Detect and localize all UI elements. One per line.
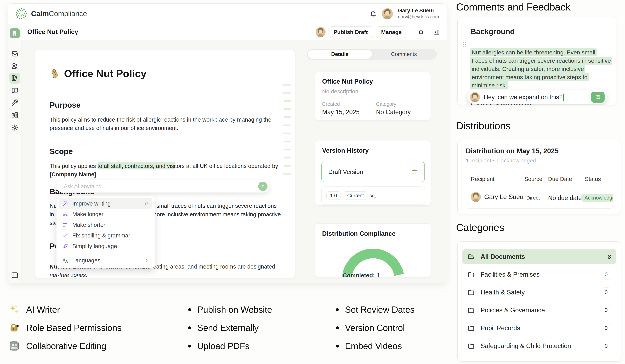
text-caret bbox=[563, 93, 564, 101]
version-tag: v1 bbox=[371, 192, 376, 199]
folder-icon bbox=[468, 325, 475, 332]
column-source: Source bbox=[524, 172, 542, 186]
feather-icon bbox=[62, 243, 68, 249]
collaborator-avatar[interactable] bbox=[315, 27, 326, 37]
version-history-heading: Version History bbox=[322, 147, 369, 154]
notifications-bell-icon[interactable] bbox=[370, 10, 377, 17]
category-all-documents[interactable]: All Documents 8 bbox=[462, 249, 616, 264]
distributions-heading: Distributions bbox=[456, 120, 510, 132]
highlighted-line: Nut allergies can be life-threatening. E… bbox=[470, 49, 597, 56]
brand-logo-icon bbox=[16, 8, 27, 19]
category-policies-governance[interactable]: Policies & Governance 0 bbox=[462, 303, 616, 318]
category-safeguarding[interactable]: Safeguarding & Child Protection 0 bbox=[462, 338, 616, 354]
comment-marker-strip bbox=[283, 84, 291, 175]
document-info-card: Office Nut Policy No description. Create… bbox=[315, 72, 431, 120]
recipient-avatar bbox=[471, 192, 481, 202]
tab-comments[interactable]: Comments bbox=[372, 50, 436, 59]
feature-set-review-dates: Set Review Dates bbox=[336, 303, 414, 316]
open-side-panel-icon[interactable] bbox=[430, 26, 443, 38]
feature-version-control: Version Control bbox=[336, 322, 405, 334]
column-recipient: Recipient bbox=[471, 172, 495, 186]
version-number-badge: 1.0 bbox=[326, 191, 341, 200]
draft-version-row[interactable]: Draft Version bbox=[321, 162, 425, 182]
lines-plus-icon bbox=[62, 211, 68, 217]
feature-ai-writer: AI Writer bbox=[9, 303, 60, 316]
info-doc-description: No description. bbox=[322, 88, 360, 95]
comment-input-bar[interactable]: Hey, can we expand on this? bbox=[468, 90, 607, 104]
distribution-subtitle: 1 recipient • 1 acknowledged bbox=[466, 157, 536, 164]
distribution-compliance-card: Distribution Compliance Completed: 1 bbox=[315, 223, 431, 277]
comments-preview-card: Background Nut allergies can be life-thr… bbox=[457, 17, 616, 105]
due-date-cell: No due date bbox=[548, 194, 582, 202]
highlighted-line: individuals. Creating a safer, more incl… bbox=[470, 65, 585, 73]
category-health-safety[interactable]: Health & Safety 0 bbox=[462, 285, 616, 300]
doc-heading-purpose: Purpose bbox=[50, 101, 81, 110]
workspace-icon[interactable] bbox=[10, 28, 20, 38]
menu-item-make-longer[interactable]: Make longer bbox=[59, 209, 152, 220]
submit-comment-icon[interactable] bbox=[591, 92, 605, 103]
background-section-heading: Background bbox=[471, 27, 515, 36]
created-value: May 15, 2025 bbox=[322, 109, 360, 116]
sidebar-item-organisation[interactable] bbox=[9, 110, 20, 121]
lines-short-icon bbox=[62, 222, 68, 228]
document-notifications-icon[interactable] bbox=[415, 26, 427, 38]
folder-icon bbox=[468, 307, 475, 314]
ai-actions-menu: Improve writing Make longer Make shorter… bbox=[56, 196, 155, 268]
count-badge: 0 bbox=[601, 287, 611, 297]
user-email: gary@heydocs.com bbox=[398, 14, 439, 20]
sidebar-item-reports[interactable] bbox=[9, 85, 20, 96]
status-cell: Acknowledged bbox=[581, 194, 613, 202]
category-facilities-premises[interactable]: Facilities & Premises 0 bbox=[462, 267, 616, 282]
user-name: Gary Le Sueur bbox=[398, 7, 439, 14]
manage-button[interactable]: Manage bbox=[376, 27, 407, 38]
menu-item-languages[interactable]: Languages bbox=[59, 255, 152, 266]
menu-item-fix-spelling[interactable]: Fix spelling & grammar bbox=[59, 230, 152, 241]
count-badge: 0 bbox=[601, 323, 611, 333]
brand-name: CalmCompliance bbox=[31, 9, 87, 18]
source-cell: Direct bbox=[523, 194, 543, 202]
menu-item-improve-writing[interactable]: Improve writing bbox=[59, 198, 152, 209]
category-value: No Category bbox=[376, 109, 411, 116]
content-area: Office Nut Policy Purpose This policy ai… bbox=[22, 40, 447, 283]
comment-draft-text[interactable]: Hey, can we expand on this? bbox=[484, 93, 591, 101]
version-1-row[interactable]: 1.0 Current v1 bbox=[321, 186, 425, 205]
distribution-title: Distribution on May 15, 2025 bbox=[466, 147, 559, 155]
ask-ai-send-icon[interactable] bbox=[258, 182, 268, 191]
document-toolbar: Office Nut Policy Publish Draft Manage bbox=[22, 24, 447, 40]
details-panel: Details Comments Office Nut Policy No de… bbox=[307, 49, 437, 277]
category-pupil-records[interactable]: Pupil Records 0 bbox=[462, 321, 616, 336]
category-label: Category bbox=[376, 101, 396, 107]
feature-embed-videos: Embed Videos bbox=[336, 340, 402, 352]
sidebar-item-library[interactable] bbox=[9, 73, 20, 84]
peanut-emoji-icon bbox=[50, 68, 60, 79]
count-badge: 0 bbox=[601, 270, 611, 279]
document-editor[interactable]: Office Nut Policy Purpose This policy ai… bbox=[35, 50, 295, 278]
bullet-dot bbox=[336, 308, 339, 311]
brand-light: Compliance bbox=[49, 9, 87, 18]
publish-draft-button[interactable]: Publish Draft bbox=[328, 27, 373, 38]
people-frame-icon bbox=[9, 340, 20, 352]
sidebar-item-tools[interactable] bbox=[9, 97, 20, 108]
menu-divider bbox=[60, 253, 152, 253]
tab-details[interactable]: Details bbox=[308, 50, 372, 59]
sidebar-item-people[interactable] bbox=[9, 60, 20, 71]
column-status: Status bbox=[585, 172, 601, 186]
drag-handle-icon[interactable] bbox=[463, 42, 467, 47]
collapse-sidebar-icon[interactable] bbox=[9, 270, 20, 281]
feature-publish-website: Publish on Website bbox=[188, 303, 272, 316]
menu-item-simplify-language[interactable]: Simplify language bbox=[59, 241, 152, 251]
sidebar-item-inbox[interactable] bbox=[9, 48, 20, 59]
folder-open-icon bbox=[468, 253, 475, 260]
ask-ai-input[interactable]: Ask AI anything... bbox=[56, 180, 270, 193]
feature-upload-pdfs: Upload PDFs bbox=[188, 340, 250, 352]
user-avatar[interactable] bbox=[382, 8, 393, 19]
sidebar-item-settings[interactable] bbox=[9, 122, 20, 133]
trash-icon[interactable] bbox=[411, 168, 418, 175]
menu-item-make-shorter[interactable]: Make shorter bbox=[59, 220, 152, 230]
panel-tabs: Details Comments bbox=[307, 49, 437, 60]
column-due-date: Due Date bbox=[548, 172, 572, 186]
version-history-card: Version History Draft Version 1.0 Curren… bbox=[315, 140, 431, 206]
recipients-table: Recipient Source Due Date Status Gary Le… bbox=[466, 172, 613, 209]
lock-icon bbox=[9, 322, 20, 334]
categories-card: All Documents 8 Facilities & Premises 0 … bbox=[457, 242, 621, 362]
